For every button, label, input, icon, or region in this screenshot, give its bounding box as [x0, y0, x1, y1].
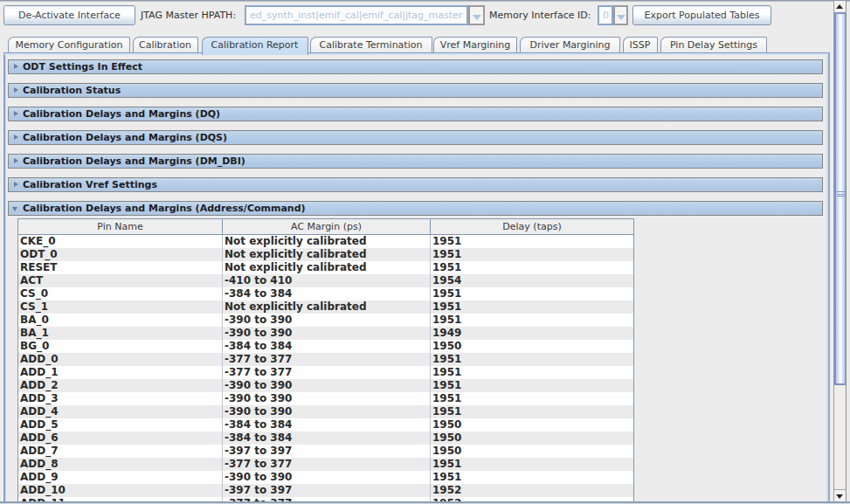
tab-panel-highlight-left [5, 55, 7, 501]
table-cell: ADD_5 [18, 418, 223, 432]
table-cell: 1952 [431, 484, 634, 497]
vertical-scrollbar[interactable] [833, 1, 847, 502]
section-title: Calibration Delays and Margins (Address/… [23, 202, 306, 215]
table-row-add_4[interactable]: ADD_4-390 to 3901951 [18, 405, 634, 418]
section-header-calibration-vref-settings[interactable]: Calibration Vref Settings [8, 177, 823, 192]
grip-line [837, 196, 845, 197]
table-cell: -397 to 397 [223, 484, 431, 497]
table-row-cs_1[interactable]: CS_1Not explicitly calibrated1951 [18, 300, 634, 314]
table-row-ba_0[interactable]: BA_0-390 to 3901951 [18, 314, 634, 327]
table-cell: ADD_4 [18, 405, 223, 418]
table-cell: ADD_8 [18, 458, 223, 471]
table-cell: -377 to 377 [223, 458, 431, 471]
table-cell: -377 to 377 [223, 353, 431, 366]
section-title: Calibration Delays and Margins (DQS) [23, 131, 227, 144]
table-cell: RESET [18, 261, 223, 274]
window-top-edge-highlight [0, 1, 850, 2]
tab-calibrate-termination[interactable]: Calibrate Termination [310, 37, 432, 52]
memory-interface-id-dropdown-button[interactable] [613, 5, 628, 25]
scrollbar-thumb-grip [837, 191, 845, 198]
table-cell: ODT_0 [18, 248, 223, 261]
table-cell: CS_0 [18, 287, 223, 300]
section-header-calibration-delays-and-margins-dq-[interactable]: Calibration Delays and Margins (DQ) [8, 107, 823, 121]
grip-line [837, 191, 845, 192]
emif-debug-toolkit-window: De-Activate Interface JTAG Master HPATH:… [0, 0, 850, 504]
table-row-add_6[interactable]: ADD_6-384 to 3841950 [18, 432, 634, 445]
tab-calibration[interactable]: Calibration [133, 37, 198, 52]
table-cell: 1950 [431, 445, 634, 458]
export-populated-tables-button[interactable]: Export Populated Tables [632, 5, 771, 25]
table-cell: Not explicitly calibrated [223, 235, 431, 248]
memory-interface-id-combobox[interactable]: 0 [598, 5, 613, 25]
address-command-margins-table: Pin NameAC Margin (ps)Delay (taps) CKE_0… [17, 218, 634, 501]
table-row-cs_0[interactable]: CS_0-384 to 3841951 [18, 287, 634, 300]
table-cell: -390 to 390 [223, 392, 431, 405]
table-row-add_10[interactable]: ADD_10-397 to 3971952 [18, 484, 634, 497]
table-row-act[interactable]: ACT-410 to 4101954 [18, 274, 634, 287]
tab-driver-margining[interactable]: Driver Margining [520, 37, 620, 52]
table-row-cke_0[interactable]: CKE_0Not explicitly calibrated1951 [18, 235, 634, 248]
table-header-row: Pin NameAC Margin (ps)Delay (taps) [18, 219, 634, 235]
section-header-calibration-delays-and-margins-address-command-[interactable]: Calibration Delays and Margins (Address/… [8, 201, 823, 216]
table-row-bg_0[interactable]: BG_0-384 to 3841950 [18, 340, 634, 353]
table-row-ba_1[interactable]: BA_1-390 to 3901949 [18, 327, 634, 340]
table-cell: 1951 [431, 405, 634, 418]
jtag-combobox-dropdown-button[interactable] [468, 5, 485, 25]
section-title: Calibration Delays and Margins (DQ) [23, 107, 220, 121]
section-header-calibration-delays-and-margins-dm-dbi-[interactable]: Calibration Delays and Margins (DM_DBI) [8, 154, 823, 169]
table-cell: Not explicitly calibrated [223, 248, 431, 261]
tab-calibration-report[interactable]: Calibration Report [202, 37, 308, 55]
tab-memory-configuration[interactable]: Memory Configuration [8, 37, 130, 52]
table-cell: 1951 [431, 300, 634, 314]
section-header-calibration-status[interactable]: Calibration Status [8, 83, 823, 98]
scrollbar-thumb[interactable] [834, 12, 846, 385]
deactivate-interface-button[interactable]: De-Activate Interface [3, 5, 135, 25]
arrow-down-icon [836, 494, 843, 499]
table-cell: BA_1 [18, 327, 223, 340]
column-header-delay-taps-[interactable]: Delay (taps) [431, 219, 634, 235]
jtag-master-hpath-combobox[interactable]: ed_synth_inst|emif_cal|emif_cal|jtag_mas… [245, 5, 468, 25]
table-cell: 1951 [431, 458, 634, 471]
table-cell: 1950 [431, 418, 634, 432]
table-cell: -410 to 410 [223, 274, 431, 287]
scrollbar-up-button[interactable] [834, 1, 846, 12]
table-row-add_8[interactable]: ADD_8-377 to 3771951 [18, 458, 634, 471]
table-cell: 1951 [431, 379, 634, 392]
table-row-odt_0[interactable]: ODT_0Not explicitly calibrated1951 [18, 248, 634, 261]
table-row-add_5[interactable]: ADD_5-384 to 3841950 [18, 418, 634, 432]
tab-panel-highlight-top [4, 53, 828, 55]
table-cell: 1951 [431, 287, 634, 300]
tab-pin-delay-settings[interactable]: Pin Delay Settings [660, 37, 767, 52]
table-row-add_3[interactable]: ADD_3-390 to 3901951 [18, 392, 634, 405]
table-row-reset[interactable]: RESETNot explicitly calibrated1951 [18, 261, 634, 274]
table-cell: ADD_3 [18, 392, 223, 405]
triangle-expanded-icon [12, 207, 17, 211]
tab-vref-margining[interactable]: Vref Margining [433, 37, 517, 52]
column-header-ac-margin-ps-[interactable]: AC Margin (ps) [223, 219, 431, 235]
table-cell: ADD_6 [18, 432, 223, 445]
table-cell: 1954 [431, 274, 634, 287]
tab-panel-border-right [828, 52, 830, 503]
triangle-collapsed-icon [14, 64, 18, 69]
table-cell: 1950 [431, 432, 634, 445]
section-header-odt-settings-in-effect[interactable]: ODT Settings In Effect [8, 59, 823, 74]
section-header-calibration-delays-and-margins-dqs-[interactable]: Calibration Delays and Margins (DQS) [8, 130, 823, 145]
table-cell: 1949 [431, 327, 634, 340]
table-cell: ADD_0 [18, 353, 223, 366]
table-row-add_1[interactable]: ADD_1-377 to 3771951 [18, 366, 634, 379]
table-row-add_0[interactable]: ADD_0-377 to 3771951 [18, 353, 634, 366]
table-row-add_9[interactable]: ADD_9-390 to 3901951 [18, 471, 634, 484]
table-cell: 1951 [431, 392, 634, 405]
table-cell: -390 to 390 [223, 471, 431, 484]
scrollbar-down-button[interactable] [834, 489, 846, 501]
table-row-add_7[interactable]: ADD_7-397 to 3971950 [18, 445, 634, 458]
table-cell: ADD_1 [18, 366, 223, 379]
table-cell: 1950 [431, 340, 634, 353]
table-cell: BG_0 [18, 340, 223, 353]
table-row-add_2[interactable]: ADD_2-390 to 3901951 [18, 379, 634, 392]
section-title: Calibration Vref Settings [23, 178, 157, 191]
tab-issp[interactable]: ISSP [623, 37, 658, 52]
column-header-pin-name[interactable]: Pin Name [18, 219, 223, 235]
table-cell: Not explicitly calibrated [223, 300, 431, 314]
triangle-collapsed-icon [14, 182, 18, 187]
